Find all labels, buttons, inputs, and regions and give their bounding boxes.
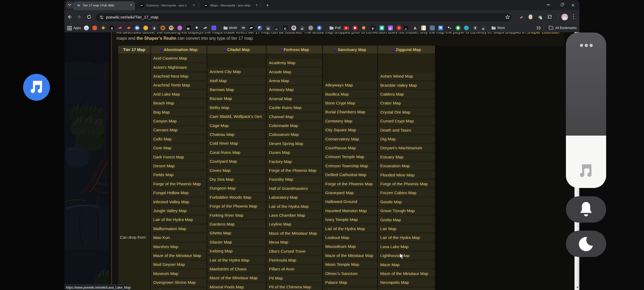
svg-text:1: 1 (540, 17, 541, 19)
